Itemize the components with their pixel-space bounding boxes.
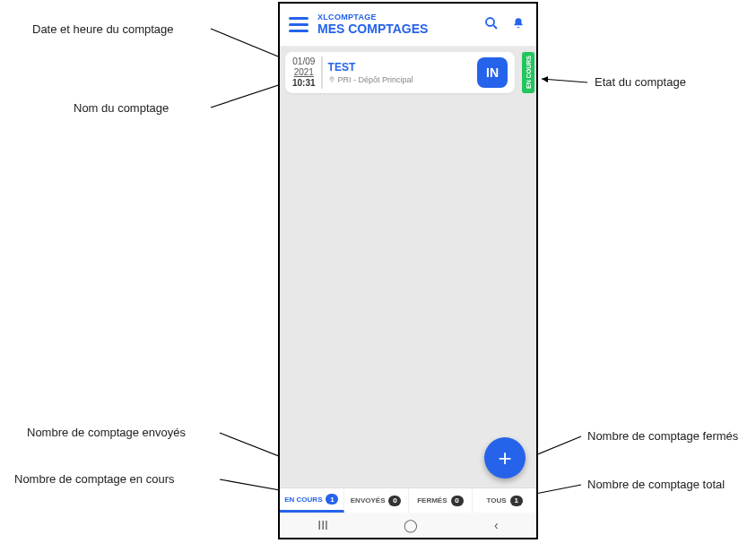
card-date: 01/09 xyxy=(292,56,315,67)
tab-en-cours[interactable]: EN COURS 1 xyxy=(280,488,344,513)
back-icon[interactable]: ‹ xyxy=(494,518,499,532)
add-button[interactable]: + xyxy=(484,437,526,479)
card-location-text: PRI - Dépôt Principal xyxy=(338,75,413,84)
svg-point-9 xyxy=(331,78,332,79)
android-nav-bar: III ◯ ‹ xyxy=(280,513,536,538)
annot-etat: Etat du comptage xyxy=(595,75,686,89)
card-location: PRI - Dépôt Principal xyxy=(328,75,472,84)
tab-en-cours-count: 1 xyxy=(326,494,338,505)
annot-nom: Nom du comptage xyxy=(74,101,169,115)
tab-fermes-count: 0 xyxy=(451,496,464,506)
svg-line-2 xyxy=(542,79,587,82)
menu-icon[interactable] xyxy=(289,15,308,35)
svg-line-6 xyxy=(531,485,581,495)
search-icon[interactable] xyxy=(482,15,500,35)
recents-icon[interactable]: III xyxy=(317,518,328,532)
tab-envoyes-label: ENVOYÉS xyxy=(351,496,386,505)
name-block: TEST PRI - Dépôt Principal xyxy=(328,61,472,84)
date-time-block: 01/09 2021 10:31 xyxy=(292,56,323,89)
tab-fermes-label: FERMÉS xyxy=(417,496,447,505)
annot-envoyes: Nombre de comptage envoyés xyxy=(27,426,186,439)
svg-point-7 xyxy=(486,18,494,26)
appbar-title: MES COMPTAGES xyxy=(317,22,474,36)
counting-card[interactable]: 01/09 2021 10:31 TEST PRI - Dépôt Princi… xyxy=(285,52,515,93)
bottom-tabs: EN COURS 1 ENVOYÉS 0 FERMÉS 0 TOUS 1 xyxy=(280,487,536,513)
tab-envoyes[interactable]: ENVOYÉS 0 xyxy=(344,488,409,513)
annot-datetime: Date et heure du comptage xyxy=(32,22,174,36)
status-badge: EN COURS xyxy=(522,52,534,93)
card-time: 10:31 xyxy=(292,78,316,89)
app-bar: XLCOMPTAGE MES COMPTAGES xyxy=(280,4,536,47)
card-name: TEST xyxy=(328,61,472,73)
home-icon[interactable]: ◯ xyxy=(404,518,418,532)
tab-envoyes-count: 0 xyxy=(388,496,401,506)
in-badge: IN xyxy=(477,57,508,88)
tab-tous-label: TOUS xyxy=(487,496,507,505)
annot-total: Nombre de comptage total xyxy=(587,478,725,491)
card-year: 2021 xyxy=(294,67,314,78)
bell-icon[interactable] xyxy=(509,17,527,33)
tab-tous[interactable]: TOUS 1 xyxy=(473,488,536,513)
annot-encours: Nombre de comptage en cours xyxy=(14,472,174,486)
pin-icon xyxy=(328,75,335,84)
appbar-titles: XLCOMPTAGE MES COMPTAGES xyxy=(317,13,474,36)
svg-line-8 xyxy=(493,25,497,29)
tab-en-cours-label: EN COURS xyxy=(284,496,322,504)
annot-fermes: Nombre de comptage fermés xyxy=(587,429,738,443)
tab-tous-count: 1 xyxy=(510,496,523,506)
phone-frame: XLCOMPTAGE MES COMPTAGES 01/09 2021 10:3… xyxy=(278,2,538,539)
tab-fermes[interactable]: FERMÉS 0 xyxy=(409,488,474,513)
content-area: 01/09 2021 10:31 TEST PRI - Dépôt Princi… xyxy=(280,47,536,487)
